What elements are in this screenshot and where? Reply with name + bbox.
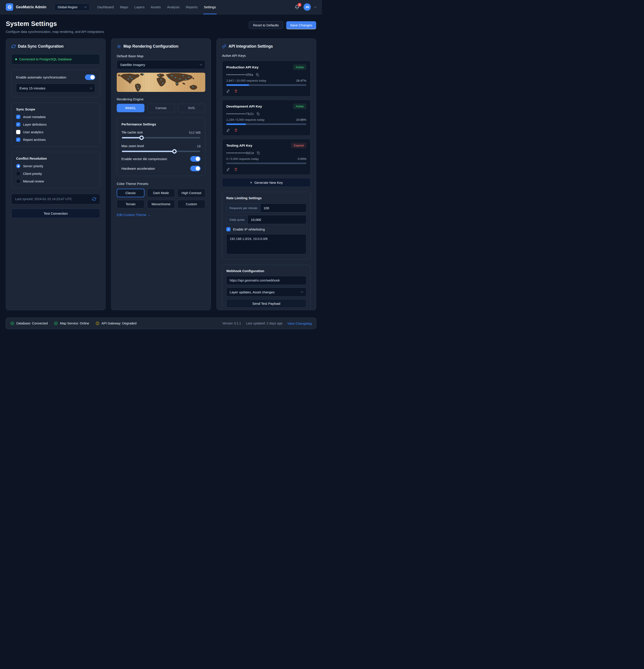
notifications-button[interactable]: 3 (294, 4, 300, 10)
base-map-label: Default Base Map (117, 54, 205, 58)
sync-interval-select[interactable]: Every 15 minutes (16, 84, 95, 92)
user-menu-chevron-icon[interactable] (314, 5, 316, 8)
ip-whitelisting-label: Enable IP whitelisting (233, 227, 265, 231)
theme-high-contrast-button[interactable]: High Contrast (177, 189, 205, 197)
top-navbar: GeoMatrix Admin Global Region Dashboard … (0, 0, 322, 14)
generate-new-key-button[interactable]: + Generate New Key (222, 178, 311, 187)
slider-thumb[interactable] (172, 149, 177, 154)
tile-cache-slider[interactable] (122, 137, 200, 138)
send-test-payload-button[interactable]: Send Test Payload (226, 299, 306, 308)
globe-icon (8, 5, 12, 10)
plug-icon (222, 44, 226, 48)
radio-row: Server priority (16, 164, 95, 168)
usage-percent: 24.68% (296, 118, 306, 122)
base-map-select[interactable]: Satellite Imagery (117, 60, 205, 69)
last-updated-text: Last updated: 2 days ago (246, 322, 283, 325)
last-synced-text: Last synced: 2024-01-15 14:23:47 UTC (15, 197, 72, 201)
delete-icon[interactable] (234, 89, 238, 93)
check-circle-icon (54, 321, 58, 325)
daily-quota-label: Daily quota (227, 215, 248, 224)
page-title: System Settings (6, 20, 104, 28)
active-keys-label: Active API Keys (222, 54, 311, 57)
map-service-status: Map Service: Online (54, 321, 89, 325)
engine-svg-button[interactable]: SVG (177, 104, 205, 112)
checkbox-row: ✓ User analytics (16, 130, 95, 134)
sync-scope-title: Sync Scope (16, 107, 95, 111)
copy-icon[interactable] (256, 73, 259, 76)
layer-definitions-checkbox[interactable]: ✓ (16, 122, 20, 127)
nav-item-settings[interactable]: Settings (204, 0, 216, 14)
edit-custom-theme-link[interactable]: Edit Custom Theme → (117, 213, 151, 217)
edit-icon[interactable] (226, 167, 230, 171)
performance-settings-section: Performance Settings Tile cache size 512… (117, 118, 205, 176)
view-changelog-link[interactable]: View Changelog (287, 322, 312, 325)
webhook-events-select[interactable]: Layer updates, Asset changes (226, 287, 306, 297)
user-avatar[interactable]: JD (303, 3, 311, 11)
auto-sync-toggle[interactable] (85, 74, 95, 80)
webhook-title: Webhook Configuration (226, 269, 306, 273)
theme-dark-mode-button[interactable]: Dark Mode (147, 189, 175, 197)
refresh-icon[interactable] (92, 197, 96, 201)
delete-icon[interactable] (234, 168, 238, 171)
hardware-acceleration-toggle[interactable] (190, 166, 201, 171)
region-selector-value: Global Region (58, 5, 77, 9)
rpm-input[interactable] (260, 204, 306, 212)
api-key-card: Testing API Key Expired ••••••••••••••9d… (222, 139, 311, 175)
nav-item-assets[interactable]: Assets (151, 0, 161, 14)
webhook-url-input[interactable] (226, 276, 306, 285)
save-changes-button[interactable]: Save Changes (286, 21, 316, 29)
status-footer: Database: Connected Map Service: Online … (5, 317, 316, 329)
theme-monochrome-button[interactable]: Monochrome (147, 200, 175, 209)
nav-item-analysis[interactable]: Analysis (167, 0, 180, 14)
status-badge: Active (293, 103, 306, 109)
rate-limiting-title: Rate Limiting Settings (226, 196, 306, 200)
checkbox-row: ✓ Report archives (16, 138, 95, 142)
client-priority-radio[interactable] (16, 171, 20, 176)
daily-quota-input[interactable] (248, 215, 306, 224)
ip-whitelist-textarea[interactable]: 192.168.1.0/24, 10.0.0.0/8 (226, 234, 306, 254)
ip-whitelisting-checkbox[interactable]: ✓ (226, 227, 231, 231)
report-archives-checkbox[interactable]: ✓ (16, 138, 20, 142)
status-badge: Active (293, 65, 306, 70)
test-connection-button[interactable]: Test Connection (11, 209, 100, 218)
usage-progress (226, 84, 306, 86)
conflict-resolution-section: Conflict Resolution Server priority Clie… (11, 152, 100, 188)
delete-icon[interactable] (234, 128, 238, 132)
api-key-name: Production API Key (226, 65, 258, 69)
page-subtitle: Configure data synchronization, map rend… (6, 30, 104, 33)
rpm-label: Requests per minute (227, 204, 260, 212)
checkbox-row: ✓ Layer definitions (16, 122, 95, 127)
max-zoom-slider[interactable] (122, 151, 200, 152)
copy-icon[interactable] (257, 151, 260, 155)
nav-item-dashboard[interactable]: Dashboard (97, 0, 114, 14)
engine-canvas-button[interactable]: Canvas (147, 104, 175, 112)
theme-terrain-button[interactable]: Terrain (117, 200, 144, 209)
region-selector[interactable]: Global Region (54, 3, 90, 11)
sync-scope-section: Sync Scope ✓ Asset metadata ✓ Layer defi… (11, 103, 100, 146)
theme-classic-button[interactable]: Classic (117, 189, 144, 197)
app-logo (6, 3, 13, 11)
tile-cache-value: 512 MB (189, 131, 201, 134)
api-key-card: Production API Key Active ••••••••••••••… (222, 61, 311, 97)
usage-progress (226, 162, 306, 164)
reset-defaults-button[interactable]: Reset to Defaults (249, 21, 283, 29)
user-analytics-checkbox[interactable]: ✓ (16, 130, 20, 134)
edit-icon[interactable] (226, 89, 230, 93)
server-priority-radio[interactable] (16, 164, 20, 168)
nav-item-layers[interactable]: Layers (134, 0, 144, 14)
api-key-name: Development API Key (226, 104, 262, 109)
vector-compression-toggle[interactable] (190, 156, 201, 162)
engine-webgl-button[interactable]: WebGL (117, 104, 144, 112)
theme-custom-button[interactable]: Custom (177, 200, 205, 209)
usage-text: 2,847 / 10,000 requests today (226, 79, 266, 82)
webhook-section: Webhook Configuration Layer updates, Ass… (222, 265, 311, 310)
radio-row: Manual review (16, 179, 95, 183)
conflict-resolution-title: Conflict Resolution (16, 157, 95, 160)
copy-icon[interactable] (256, 112, 260, 116)
nav-item-maps[interactable]: Maps (120, 0, 128, 14)
nav-item-reports[interactable]: Reports (186, 0, 198, 14)
asset-metadata-checkbox[interactable]: ✓ (16, 115, 20, 119)
manual-review-radio[interactable] (16, 179, 20, 183)
slider-thumb[interactable] (139, 136, 144, 140)
edit-icon[interactable] (226, 128, 230, 132)
